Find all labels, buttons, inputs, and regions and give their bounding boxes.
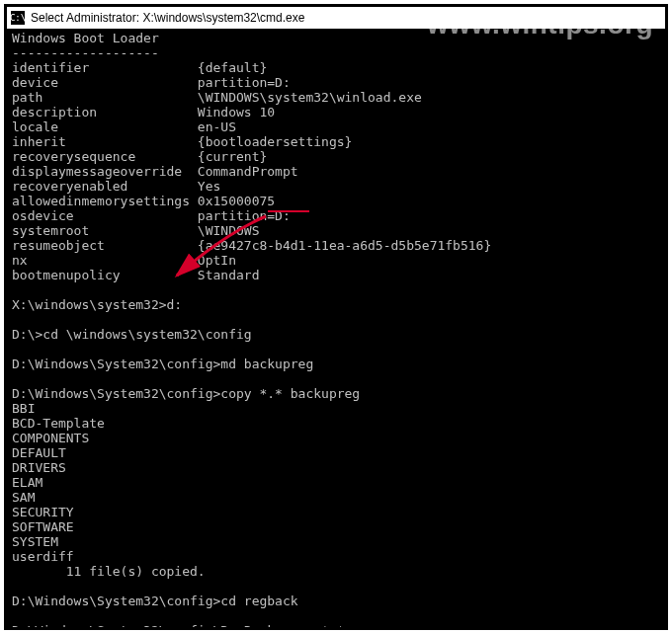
terminal-line: device partition=D: xyxy=(12,75,660,90)
terminal-line: D:\Windows\System32\config\RegBack>copy … xyxy=(12,623,660,627)
terminal-line: SAM xyxy=(12,490,660,505)
terminal-line: SOFTWARE xyxy=(12,519,660,534)
terminal-line: systemroot \WINDOWS xyxy=(12,223,660,238)
terminal-line: identifier {default} xyxy=(12,60,660,75)
terminal-line: allowedinmemorysettings 0x15000075 xyxy=(12,194,660,208)
terminal-line xyxy=(12,579,660,594)
terminal-line: ------------------- xyxy=(12,45,660,60)
terminal-line xyxy=(12,282,660,297)
terminal-line: DRIVERS xyxy=(12,460,660,475)
terminal-line: Windows Boot Loader xyxy=(12,31,660,45)
terminal-line xyxy=(12,312,660,327)
terminal-line: D:\Windows\System32\config>md backupreg xyxy=(12,357,660,371)
terminal-line: nx OptIn xyxy=(12,253,660,268)
terminal-line xyxy=(12,371,660,386)
terminal-line: bootmenupolicy Standard xyxy=(12,268,660,282)
window-title: Select Administrator: X:\windows\system3… xyxy=(31,11,304,25)
terminal-line: BBI xyxy=(12,401,660,416)
terminal-line: X:\windows\system32>d: xyxy=(12,297,660,312)
terminal-output[interactable]: Windows Boot Loader-------------------id… xyxy=(7,29,665,627)
terminal-line: D:\>cd \windows\system32\config xyxy=(12,327,660,342)
terminal-line: ELAM xyxy=(12,475,660,490)
terminal-line: inherit {bootloadersettings} xyxy=(12,134,660,149)
terminal-line: displaymessageoverride CommandPrompt xyxy=(12,164,660,179)
terminal-line: recoverysequence {current} xyxy=(12,149,660,164)
terminal-line: userdiff xyxy=(12,549,660,564)
terminal-line: path \WINDOWS\system32\winload.exe xyxy=(12,90,660,105)
terminal-line xyxy=(12,608,660,623)
terminal-line: osdevice partition=D: xyxy=(12,208,660,223)
terminal-line: recoveryenabled Yes xyxy=(12,179,660,194)
terminal-line: COMPONENTS xyxy=(12,431,660,445)
terminal-line: locale en-US xyxy=(12,119,660,134)
terminal-line: BCD-Template xyxy=(12,416,660,431)
terminal-line: SYSTEM xyxy=(12,534,660,549)
terminal-line: D:\Windows\System32\config>copy *.* back… xyxy=(12,386,660,401)
cmd-window: C:\ Select Administrator: X:\windows\sys… xyxy=(4,4,668,630)
terminal-line xyxy=(12,342,660,357)
terminal-line: 11 file(s) copied. xyxy=(12,564,660,579)
titlebar[interactable]: C:\ Select Administrator: X:\windows\sys… xyxy=(7,7,665,29)
terminal-line: D:\Windows\System32\config>cd regback xyxy=(12,594,660,608)
terminal-line: description Windows 10 xyxy=(12,105,660,119)
annotation-underline-osdevice xyxy=(268,210,309,212)
terminal-line: DEFAULT xyxy=(12,445,660,460)
cmd-sysmenu-icon[interactable]: C:\ xyxy=(11,11,25,25)
terminal-line: SECURITY xyxy=(12,505,660,519)
terminal-line: resumeobject {ae9427c8-b4d1-11ea-a6d5-d5… xyxy=(12,238,660,253)
